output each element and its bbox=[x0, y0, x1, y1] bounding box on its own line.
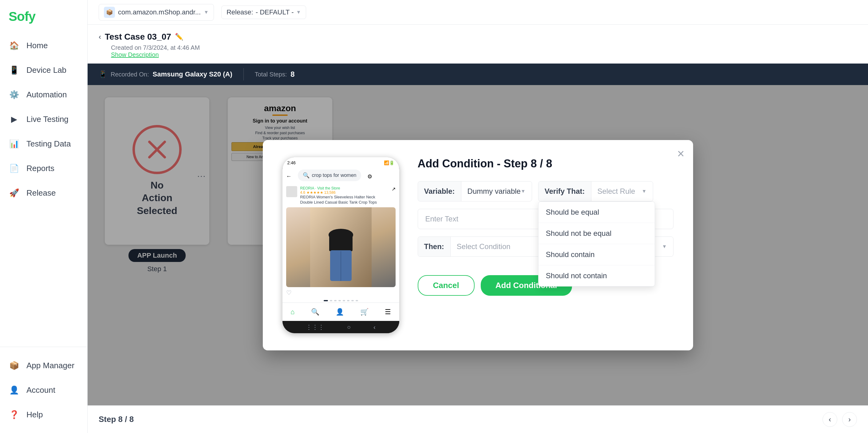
phone-nav-back[interactable]: ‹ bbox=[373, 324, 376, 331]
then-label: Then: bbox=[418, 237, 451, 257]
app-icon: 📦 bbox=[104, 7, 115, 18]
phone-screen: 2:46 📶🔋 ← 🔍 crop tops for women ⚙ bbox=[282, 157, 399, 303]
total-steps-label: Total Steps: bbox=[255, 71, 287, 78]
phone-back-arrow[interactable]: ← bbox=[286, 173, 292, 180]
phone-icon: 📱 bbox=[99, 70, 107, 78]
phone-status-bar: 2:46 📶🔋 bbox=[282, 157, 399, 168]
live-testing-icon: ▶ bbox=[9, 113, 20, 125]
cart-tab-icon[interactable]: 🛒 bbox=[360, 308, 369, 316]
testing-data-icon: 📊 bbox=[9, 138, 20, 149]
phone-preview: 2:46 📶🔋 ← 🔍 crop tops for women ⚙ bbox=[282, 157, 399, 333]
cancel-button[interactable]: Cancel bbox=[418, 275, 474, 296]
home-tab-icon[interactable]: ⌂ bbox=[290, 308, 294, 316]
heart-icon[interactable]: ♡ bbox=[286, 289, 292, 296]
release-value: - DEFAULT - bbox=[256, 8, 294, 16]
verify-that-select[interactable]: Select Rule ▼ bbox=[591, 181, 653, 201]
search-tab-icon[interactable]: 🔍 bbox=[311, 308, 319, 316]
sidebar-item-label: Help bbox=[26, 410, 43, 420]
total-steps-value: 8 bbox=[290, 70, 294, 78]
chevron-down-icon: ▼ bbox=[521, 189, 526, 194]
topbar: 📦 com.amazon.mShop.andr... ▼ Release: - … bbox=[88, 0, 868, 25]
phone-bottom-bar: ⌂ 🔍 👤 🛒 ☰ bbox=[282, 302, 399, 321]
verify-that-value: Select Rule bbox=[597, 187, 635, 196]
sidebar-item-label: Account bbox=[26, 386, 55, 395]
logo-text: Sofy bbox=[9, 9, 35, 24]
created-date: Created on 7/3/2024, at 4:46 AM bbox=[111, 44, 857, 51]
variable-select[interactable]: Dummy variable ▼ bbox=[461, 181, 532, 201]
total-steps-info: Total Steps: 8 bbox=[255, 70, 295, 78]
sidebar-item-help[interactable]: ❓ Help bbox=[0, 402, 87, 427]
prev-arrow-icon: ‹ bbox=[829, 415, 831, 424]
brand-logo bbox=[286, 186, 297, 197]
page-title: Test Case 03_07 bbox=[105, 32, 171, 42]
device-info: 📱 Recorded On: Samsung Galaxy S20 (A) bbox=[99, 70, 232, 78]
variable-value: Dummy variable bbox=[467, 187, 521, 196]
help-icon: ❓ bbox=[9, 409, 20, 420]
release-prefix: Release: bbox=[226, 8, 253, 16]
modal-close-button[interactable]: × bbox=[677, 147, 684, 160]
content-header: ‹ Test Case 03_07 ✏️ Created on 7/3/2024… bbox=[88, 25, 868, 64]
vertical-divider bbox=[243, 68, 244, 80]
phone-time: 2:46 bbox=[287, 160, 296, 165]
product-rating: 4.6 ★★★★★ 13,586 bbox=[300, 190, 389, 195]
sidebar-item-label: App Manager bbox=[26, 361, 74, 370]
sidebar-item-label: Automation bbox=[26, 90, 67, 100]
sidebar-item-home[interactable]: 🏠 Home bbox=[0, 33, 87, 58]
app-manager-icon: 📦 bbox=[9, 360, 20, 371]
dropdown-item-should-be-equal[interactable]: Should be equal bbox=[538, 202, 655, 223]
device-lab-icon: 📱 bbox=[9, 65, 20, 75]
main-content: 📦 com.amazon.mShop.andr... ▼ Release: - … bbox=[88, 0, 868, 433]
search-text: crop tops for women bbox=[312, 173, 356, 178]
verify-that-field: Verify That: Select Rule ▼ bbox=[538, 181, 653, 201]
product-brand: REORIA · Visit the Store bbox=[300, 186, 389, 190]
phone-nav-menu[interactable]: ⋮⋮⋮ bbox=[306, 323, 324, 331]
phone-icons: 📶🔋 bbox=[384, 160, 394, 165]
sidebar-item-live-testing[interactable]: ▶ Live Testing bbox=[0, 107, 87, 131]
product-name: REORIA Women's Sleeveless Halter Neck Do… bbox=[300, 195, 389, 205]
sidebar-item-testing-data[interactable]: 📊 Testing Data bbox=[0, 131, 87, 156]
sidebar-item-label: Reports bbox=[26, 164, 54, 173]
sidebar-divider bbox=[0, 347, 87, 347]
automation-icon: ⚙️ bbox=[9, 89, 20, 100]
dropdown-item-should-not-be-equal[interactable]: Should not be equal bbox=[538, 223, 655, 244]
product-image bbox=[286, 207, 396, 287]
logo: Sofy bbox=[0, 0, 87, 30]
release-selector[interactable]: Release: - DEFAULT - ▼ bbox=[221, 5, 306, 19]
dropdown-item-should-contain[interactable]: Should contain bbox=[538, 244, 655, 265]
chevron-down-icon: ▼ bbox=[642, 189, 647, 194]
svg-rect-4 bbox=[329, 234, 352, 251]
next-step-button[interactable]: › bbox=[842, 412, 857, 427]
chevron-down-icon: ▼ bbox=[662, 244, 667, 249]
edit-icon[interactable]: ✏️ bbox=[175, 33, 183, 41]
sidebar-item-device-lab[interactable]: 📱 Device Lab bbox=[0, 58, 87, 82]
form-row-1: Variable: Dummy variable ▼ Verify That: … bbox=[418, 181, 674, 201]
app-selector[interactable]: 📦 com.amazon.mShop.andr... ▼ bbox=[99, 4, 214, 21]
verify-rule-dropdown: Should be equal Should not be equal Shou… bbox=[538, 201, 655, 287]
sidebar-item-account[interactable]: 👤 Account bbox=[0, 378, 87, 402]
dark-bar: 📱 Recorded On: Samsung Galaxy S20 (A) To… bbox=[88, 64, 868, 85]
sidebar-item-label: Device Lab bbox=[26, 65, 66, 75]
sidebar-item-app-manager[interactable]: 📦 App Manager bbox=[0, 353, 87, 378]
chevron-down-icon: ▼ bbox=[204, 9, 209, 15]
recorded-on-label: Recorded On: bbox=[111, 71, 149, 78]
show-description-link[interactable]: Show Description bbox=[111, 51, 857, 58]
steps-area: NoActionSelected ⋯ APP Launch Step 1 ama… bbox=[88, 85, 868, 405]
next-arrow-icon: › bbox=[848, 415, 851, 424]
chevron-down-icon: ▼ bbox=[296, 9, 301, 15]
sidebar-item-automation[interactable]: ⚙️ Automation bbox=[0, 82, 87, 107]
then-value: Select Condition bbox=[457, 242, 510, 251]
share-icon[interactable]: ↗ bbox=[392, 186, 396, 205]
sidebar-nav: 🏠 Home 📱 Device Lab ⚙️ Automation ▶ Live… bbox=[0, 30, 87, 344]
phone-settings-icon[interactable]: ⚙ bbox=[367, 173, 372, 180]
back-button[interactable]: ‹ bbox=[99, 33, 101, 41]
dropdown-item-should-not-contain[interactable]: Should not contain bbox=[538, 265, 655, 286]
sidebar-item-release[interactable]: 🚀 Release bbox=[0, 180, 87, 205]
prev-step-button[interactable]: ‹ bbox=[823, 412, 837, 427]
variable-label: Variable: bbox=[418, 181, 461, 201]
add-condition-modal: 2:46 📶🔋 ← 🔍 crop tops for women ⚙ bbox=[263, 140, 693, 351]
menu-tab-icon[interactable]: ☰ bbox=[385, 308, 391, 316]
reports-icon: 📄 bbox=[9, 163, 20, 174]
sidebar-item-reports[interactable]: 📄 Reports bbox=[0, 156, 87, 180]
profile-tab-icon[interactable]: 👤 bbox=[336, 308, 344, 316]
phone-nav-home[interactable]: ○ bbox=[347, 324, 351, 331]
